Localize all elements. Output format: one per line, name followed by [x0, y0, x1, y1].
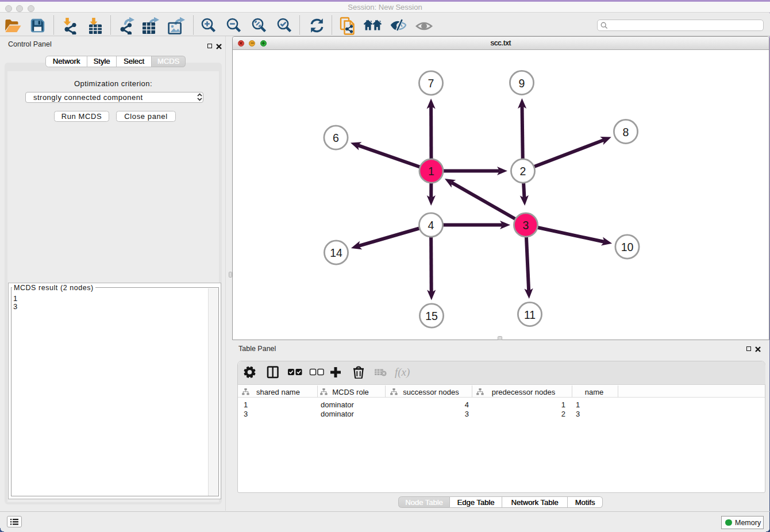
svg-text:4: 4 [428, 219, 434, 232]
svg-text:9: 9 [519, 77, 525, 90]
svg-text:7: 7 [428, 77, 434, 90]
svg-text:1: 1 [428, 165, 434, 178]
svg-text:6: 6 [333, 132, 339, 144]
svg-text:3: 3 [523, 219, 529, 232]
svg-text:2: 2 [520, 165, 526, 178]
svg-text:14: 14 [330, 246, 342, 259]
svg-text:8: 8 [623, 126, 629, 138]
svg-text:f(x): f(x) [395, 366, 410, 379]
svg-text:10: 10 [621, 241, 634, 253]
svg-text:15: 15 [425, 310, 438, 322]
svg-text:11: 11 [524, 309, 536, 321]
